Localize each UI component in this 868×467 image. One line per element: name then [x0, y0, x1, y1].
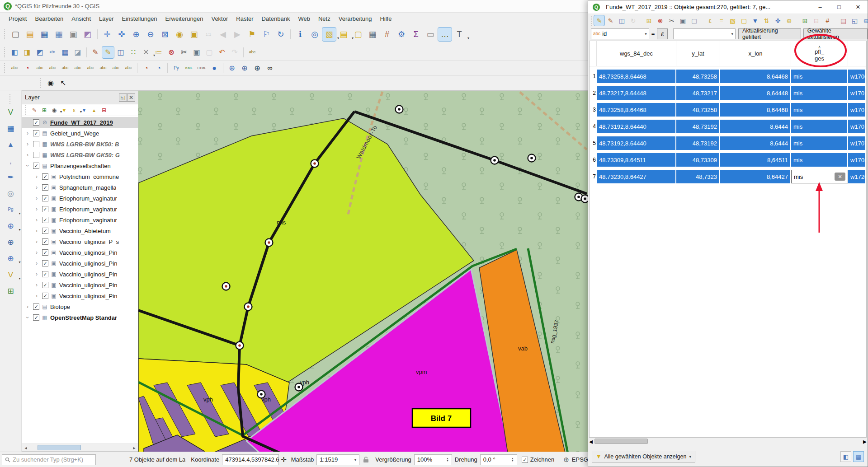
select-by-expression-icon[interactable]: ε	[705, 15, 715, 26]
python-console-icon[interactable]: Py	[170, 62, 182, 74]
layer-checkbox[interactable]: ✓	[42, 293, 48, 299]
select-features-icon[interactable]: ▧▾	[322, 28, 336, 41]
toolbar-handle[interactable]	[40, 78, 43, 88]
crs-globe-icon[interactable]: ⊕	[563, 456, 569, 464]
column-header-y-lat[interactable]: y_lat	[676, 41, 720, 66]
layer-item-polytrichum-commune[interactable]: ›✓▣Polytrichum_commune	[22, 171, 138, 182]
show-bookmarks-icon[interactable]: ⚐	[259, 28, 273, 41]
form-view-toggle-icon[interactable]: ◧	[840, 451, 851, 462]
unpin-labels-icon[interactable]: abc	[47, 62, 58, 74]
refresh-map-icon[interactable]: ↻	[274, 28, 288, 41]
row-number[interactable]: 6	[590, 153, 597, 167]
statistics-abacus-icon[interactable]: #	[380, 28, 394, 41]
value-combobox[interactable]: ▾	[673, 28, 736, 39]
text-annotation-icon[interactable]: T▾	[453, 28, 466, 41]
menu-bearbeiten[interactable]: Bearbeiten	[31, 14, 67, 24]
move-diagram-icon[interactable]: ◔	[140, 62, 152, 74]
table-cell[interactable]: 48,73258	[676, 70, 720, 83]
toolbar-handle[interactable]	[591, 16, 592, 26]
add-wcs-layer-icon[interactable]: ⊕	[4, 235, 18, 249]
statistical-summary-icon[interactable]: Σ	[409, 28, 423, 41]
render-checkbox[interactable]: ✓	[522, 457, 528, 463]
column-header-rownum[interactable]	[590, 41, 597, 66]
layers-panel-hscrollbar[interactable]: ◂ ▸	[22, 444, 138, 451]
menu-vektor[interactable]: Vektor	[207, 14, 232, 24]
layer-checkbox[interactable]: ✓	[33, 314, 39, 321]
row-number[interactable]: 5	[590, 136, 597, 150]
field-combobox[interactable]: abc id ▾	[591, 28, 649, 39]
expander-icon[interactable]: ›	[33, 228, 40, 234]
vertex-tool-icon[interactable]: ✕▾	[140, 47, 152, 58]
select-all-icon[interactable]: ≡	[716, 15, 726, 26]
row-number[interactable]: 7	[590, 170, 597, 183]
layer-diagram-options-icon[interactable]: ◔	[21, 62, 33, 74]
pan-to-selection-icon[interactable]: ✜	[115, 28, 128, 41]
expander-icon[interactable]: ›	[33, 271, 40, 277]
table-cell[interactable]: 48,73309	[676, 153, 720, 167]
expander-icon[interactable]: ›	[33, 206, 40, 212]
table-cell[interactable]: mis	[791, 120, 848, 133]
zoom-to-layer-icon[interactable]: ▣	[187, 28, 201, 41]
add-group-icon[interactable]: ⊞	[40, 106, 49, 115]
html-tools-icon[interactable]: HTML	[196, 62, 208, 74]
table-cell[interactable]: 8,64427	[720, 170, 791, 183]
rotation-spinbox[interactable]: 0,0 °▲▼	[480, 454, 517, 465]
open-attribute-table-icon[interactable]: ▦	[366, 28, 379, 41]
globe-plugin-icon[interactable]: ⊕	[239, 62, 250, 74]
expander-icon[interactable]: ›	[33, 282, 40, 288]
table-cell[interactable]: mis	[791, 86, 848, 100]
menu-layer[interactable]: Layer	[95, 14, 118, 24]
table-cell[interactable]: w1701	[848, 103, 866, 117]
delete-selected-features-icon[interactable]: ⊗	[655, 15, 665, 26]
add-postgis-layer-icon[interactable]: Pg▾	[4, 203, 18, 216]
layer-checkbox[interactable]: ✓	[42, 195, 48, 201]
table-cell[interactable]: 48.73258,8.64468	[597, 103, 676, 117]
new-shapefile-layer-icon[interactable]: ◨	[21, 47, 33, 58]
select-by-form-icon[interactable]: ▤▾	[337, 28, 350, 41]
filter-selection-icon[interactable]: ▼	[750, 15, 760, 26]
table-row[interactable]: 148.73258,8.6446848,732588,64468misw1700	[590, 70, 866, 83]
table-cell[interactable]: w1720	[848, 170, 866, 183]
deselect-all-icon[interactable]: ▢	[739, 15, 749, 26]
zoom-in-icon[interactable]: ⊕	[129, 28, 143, 41]
expander-icon[interactable]: ›	[33, 184, 40, 191]
table-cell[interactable]: 8,64468	[720, 103, 791, 117]
layer-item-sphagnetum-magella[interactable]: ›✓▣Sphagnetum_magella	[22, 182, 138, 193]
menu-projekt[interactable]: Projekt	[5, 14, 31, 24]
table-cell[interactable]: 48.73192,8.64440	[597, 136, 676, 150]
table-cell[interactable]: 48.73192,8.64440	[597, 120, 676, 133]
add-record-icon[interactable]: ∷	[127, 47, 139, 58]
menu-einstellungen[interactable]: Einstellungen	[118, 14, 161, 24]
toolbar-handle[interactable]	[4, 47, 7, 57]
modify-attributes-icon[interactable]: ≔	[153, 47, 165, 58]
identify-features-icon[interactable]: ℹ	[293, 28, 307, 41]
undo-icon[interactable]: ↶	[216, 47, 228, 58]
search-layers-binoculars-icon[interactable]: ∞	[264, 62, 276, 74]
zoom-out-icon[interactable]: ⊖	[144, 28, 157, 41]
web-plugin-icon[interactable]: ●	[208, 62, 220, 74]
close-button[interactable]: ✕	[849, 0, 868, 14]
menu-erweiterungen[interactable]: Erweiterungen	[161, 14, 208, 24]
table-row[interactable]: 348.73258,8.6446848,732588,64468misw1701	[590, 103, 866, 117]
layer-checkbox[interactable]: ✓	[42, 217, 48, 223]
menu-netz[interactable]: Netz	[314, 14, 335, 24]
field-calculator-icon[interactable]: #	[822, 15, 833, 26]
menu-ansicht[interactable]: Ansicht	[67, 14, 95, 24]
menu-hilfe[interactable]: Hilfe	[376, 14, 396, 24]
project-properties-icon[interactable]: ▣	[66, 28, 80, 41]
pan-to-selected-icon[interactable]: ✜	[773, 15, 783, 26]
move-label-icon[interactable]: abc	[72, 62, 84, 74]
coordinate-input[interactable]: 473914.4,5397842.6	[222, 454, 279, 465]
layer-item-vaccinio-uliginosi-p-s[interactable]: ›✓▣Vaccinio_uliginosi_P_s	[22, 236, 138, 247]
layer-item-openstreetmap-standar[interactable]: ›✓▦OpenStreetMap Standar	[22, 312, 138, 323]
expander-icon[interactable]: ›	[24, 152, 31, 158]
table-row[interactable]: 448.73192,8.6444048,731928,6444misw1707	[590, 120, 866, 133]
scroll-left-icon[interactable]: ◂	[589, 437, 593, 446]
toolbar-handle[interactable]	[25, 105, 28, 115]
column-header-wgs-84-dec[interactable]: wgs_84_dec	[597, 41, 676, 66]
new-project-icon[interactable]: ▢	[9, 28, 22, 41]
new-bookmark-icon[interactable]: ⚑	[245, 28, 259, 41]
table-cell[interactable]: mis	[791, 136, 848, 150]
show-hidden-labels-icon[interactable]: abc	[59, 62, 71, 74]
new-shapefile-icon[interactable]: V▾	[4, 268, 18, 281]
